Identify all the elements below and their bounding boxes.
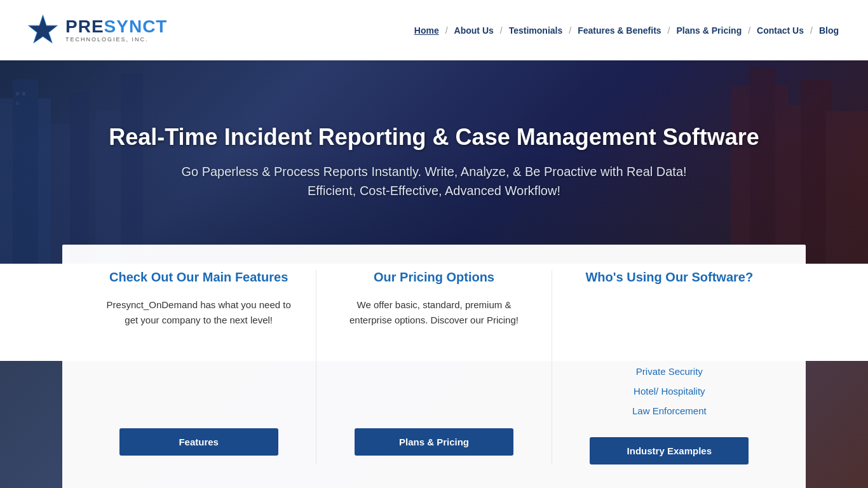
logo[interactable]: PRE SYNCT TECHNOLOGIES, INC. bbox=[25, 13, 167, 48]
nav-contact[interactable]: Contact Us bbox=[753, 23, 808, 38]
pricing-card-links bbox=[336, 363, 532, 410]
nav-sep-5: / bbox=[748, 25, 750, 36]
nav-sep-1: / bbox=[445, 25, 448, 36]
nav-sep-2: / bbox=[500, 25, 503, 36]
private-security-link[interactable]: Private Security bbox=[636, 363, 703, 380]
features-card-title: Check Out Our Main Features bbox=[100, 270, 297, 285]
header: PRE SYNCT TECHNOLOGIES, INC. Home / Abou… bbox=[0, 0, 868, 60]
hero-section: Real-Time Incident Reporting & Case Mana… bbox=[0, 60, 868, 264]
cards-section: Check Out Our Main Features Presynct_OnD… bbox=[62, 245, 806, 488]
industry-card-body bbox=[571, 297, 768, 345]
pricing-card-title: Our Pricing Options bbox=[336, 270, 532, 285]
logo-synct: SYNCT bbox=[104, 18, 168, 36]
hotel-hospitality-link[interactable]: Hotel/ Hospitality bbox=[634, 383, 705, 400]
pricing-button[interactable]: Plans & Pricing bbox=[355, 428, 513, 456]
svg-rect-7 bbox=[16, 92, 19, 95]
nav-blog[interactable]: Blog bbox=[815, 23, 843, 38]
features-card-body: Presynct_OnDemand has what you need to g… bbox=[100, 297, 297, 345]
hero-subtitle-line1: Go Paperless & Process Reports Instantly… bbox=[181, 165, 686, 179]
svg-rect-8 bbox=[22, 92, 25, 95]
nav-sep-4: / bbox=[668, 25, 670, 36]
logo-text: PRE SYNCT TECHNOLOGIES, INC. bbox=[65, 18, 167, 43]
hero-subtitle: Go Paperless & Process Reports Instantly… bbox=[109, 162, 759, 200]
nav-pricing[interactable]: Plans & Pricing bbox=[673, 23, 746, 38]
main-nav: Home / About Us / Testimonials / Feature… bbox=[410, 23, 843, 38]
nav-home[interactable]: Home bbox=[410, 23, 443, 38]
svg-rect-9 bbox=[16, 102, 19, 105]
industry-card: Who's Using Our Software? Private Securi… bbox=[552, 270, 787, 464]
pricing-card: Our Pricing Options We offer basic, stan… bbox=[316, 270, 552, 464]
pricing-card-body: We offer basic, standard, premium & ente… bbox=[336, 297, 532, 345]
nav-testimonials[interactable]: Testimonials bbox=[505, 23, 567, 38]
hero-content: Real-Time Incident Reporting & Case Mana… bbox=[83, 111, 785, 213]
law-enforcement-link[interactable]: Law Enforcement bbox=[632, 402, 707, 419]
industry-examples-button[interactable]: Industry Examples bbox=[590, 437, 749, 464]
nav-features[interactable]: Features & Benefits bbox=[574, 23, 665, 38]
nav-sep-6: / bbox=[810, 25, 813, 36]
svg-rect-2 bbox=[13, 79, 38, 264]
svg-rect-14 bbox=[826, 111, 868, 264]
nav-sep-3: / bbox=[569, 25, 571, 36]
logo-star-icon bbox=[25, 13, 60, 48]
industry-card-title: Who's Using Our Software? bbox=[571, 270, 768, 285]
features-card-links bbox=[100, 363, 297, 410]
nav-about[interactable]: About Us bbox=[451, 23, 498, 38]
hero-subtitle-line2: Efficient, Cost-Effective, Advanced Work… bbox=[308, 184, 560, 198]
svg-marker-0 bbox=[29, 15, 58, 43]
features-button[interactable]: Features bbox=[119, 428, 278, 456]
features-card: Check Out Our Main Features Presynct_OnD… bbox=[81, 270, 316, 464]
logo-pre: PRE bbox=[65, 18, 104, 36]
industry-card-links: Private Security Hotel/ Hospitality Law … bbox=[571, 363, 768, 419]
logo-subtitle: TECHNOLOGIES, INC. bbox=[65, 37, 167, 43]
hero-title: Real-Time Incident Reporting & Case Mana… bbox=[109, 124, 759, 151]
